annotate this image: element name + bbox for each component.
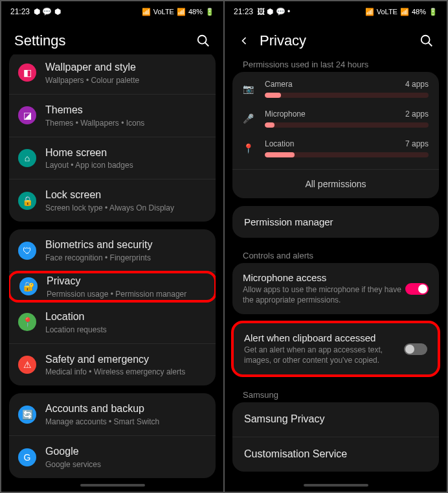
toggle-title: Microphone access [243,272,405,283]
signal-icon: 📶 [177,8,186,16]
page-title: Privacy [260,32,306,49]
mic-access-switch[interactable] [405,283,429,295]
item-wallpaper[interactable]: ◧ Wallpaper and style Wallpapers • Colou… [9,54,216,95]
privacy-icon: 🔐 [19,277,38,295]
pin-icon: 📍 [243,143,256,154]
signal-icon: 📶 [400,8,409,16]
svg-line-3 [429,43,432,47]
item-title: Google [45,445,207,459]
customisation-item[interactable]: Customisation Service [232,437,439,472]
samsung-privacy-item[interactable]: Samsung Privacy [232,402,439,437]
perm-count: 4 apps [405,80,429,89]
item-biometrics[interactable]: 🛡 Biometrics and security Face recogniti… [9,229,216,272]
clipboard-alert-item[interactable]: Alert when clipboard accessed Get an ale… [231,321,440,377]
item-title: Accounts and backup [45,402,207,416]
perm-bar [265,122,429,128]
perm-count: 2 apps [405,109,429,119]
home-icon: ⌂ [18,149,36,167]
item-sub: Themes • Wallpapers • Icons [45,119,207,128]
item-sub: Layout • App icon badges [45,161,207,170]
battery-text: 48% [412,8,426,16]
status-icons: 🖼 ⬢ 💬 • [257,7,290,16]
item-title: Lock screen [45,189,207,202]
item-google[interactable]: G Google Google services [9,436,216,478]
samsung-group: Samsung Privacy Customisation Service [232,402,439,472]
item-safety[interactable]: ⚠ Safety and emergency Medical info • Wi… [9,344,216,386]
all-permissions-button[interactable]: All permissions [232,169,439,198]
item-sub: Screen lock type • Always On Display [45,203,207,212]
privacy-content: Permissions used in last 24 hours 📷 Came… [225,54,447,479]
wallpaper-icon: ◧ [18,63,36,82]
back-icon[interactable] [238,34,251,47]
item-sub: Google services [45,460,207,469]
item-sub: Permission usage • Permission manager [47,290,205,299]
battery-text: 48% [188,8,203,16]
item-title: Samsung Privacy [244,413,325,426]
samsung-label: Samsung [232,385,439,402]
svg-line-1 [205,43,209,47]
perm-name: Microphone [265,109,306,119]
item-location[interactable]: 📍 Location Location requests [9,301,216,344]
item-themes[interactable]: ◪ Themes Themes • Wallpapers • Icons [9,95,216,137]
status-bar: 21:23 ⬢ 💬 ⬢ 📶 VoLTE 📶 48% 🔋 [1,1,223,22]
header: Settings [1,22,223,54]
search-icon[interactable] [196,34,210,48]
item-title: Themes [45,104,207,117]
svg-point-0 [198,36,207,44]
item-title: Home screen [45,146,207,160]
themes-icon: ◪ [18,106,36,124]
item-home-screen[interactable]: ⌂ Home screen Layout • App icon badges [9,137,216,180]
status-time: 21:23 [10,7,30,16]
perm-microphone[interactable]: 🎤 Microphone 2 apps [243,109,429,128]
item-privacy[interactable]: 🔐 Privacy Permission usage • Permission … [9,271,216,303]
settings-list: ◧ Wallpaper and style Wallpapers • Colou… [1,54,223,486]
perm-location[interactable]: 📍 Location 7 apps [243,139,429,157]
controls-label: Controls and alerts [232,246,439,263]
item-sub: Wallpapers • Colour palette [45,76,207,85]
shield-icon: 🛡 [18,242,36,260]
page-title: Settings [14,32,66,49]
perm-camera[interactable]: 📷 Camera 4 apps [243,80,429,98]
toggle-title: Alert when clipboard accessed [244,332,404,343]
network-icon: VoLTE [377,8,398,16]
perm-count: 7 apps [405,139,429,148]
emergency-icon: ⚠ [18,356,36,374]
settings-group-2: 🛡 Biometrics and security Face recogniti… [9,229,216,385]
nav-handle[interactable] [304,484,368,487]
mic-access-item[interactable]: Microphone access Allow apps to use the … [232,263,439,314]
nav-handle[interactable] [80,484,145,487]
google-icon: G [18,448,36,466]
item-title: Safety and emergency [45,353,207,367]
location-icon: 📍 [18,313,36,331]
svg-point-2 [421,36,430,44]
permission-manager-item[interactable]: Permission manager [232,206,439,238]
clipboard-switch[interactable] [404,343,427,355]
perm-bar [265,152,429,157]
item-title: Location [45,310,207,324]
search-icon[interactable] [420,34,434,48]
perm-name: Camera [265,80,293,89]
item-accounts[interactable]: 🔄 Accounts and backup Manage accounts • … [9,393,216,436]
network-icon: VoLTE [153,8,174,16]
settings-screen: 21:23 ⬢ 💬 ⬢ 📶 VoLTE 📶 48% 🔋 Settings ◧ W… [1,1,223,492]
toggle-sub: Get an alert when an app accesses text, … [244,345,404,365]
permissions-card: 📷 Camera 4 apps 🎤 Microphone [232,72,439,198]
item-lock-screen[interactable]: 🔒 Lock screen Screen lock type • Always … [9,179,216,222]
status-time: 21:23 [234,7,253,16]
mic-icon: 🎤 [243,113,256,124]
item-sub: Face recognition • Fingerprints [45,253,207,262]
privacy-screen: 21:23 🖼 ⬢ 💬 • 📶 VoLTE 📶 48% 🔋 Privacy Pe… [225,1,447,492]
perm-name: Location [265,139,294,148]
item-title: Privacy [47,275,205,288]
header: Privacy [225,22,447,54]
perm-bar [265,93,429,98]
item-title: Customisation Service [244,448,347,461]
item-title: Biometrics and security [45,238,207,252]
toggle-sub: Allow apps to use the microphone if they… [243,285,405,305]
sync-icon: 🔄 [18,406,36,424]
item-title: Wallpaper and style [45,61,207,75]
camera-icon: 📷 [243,84,256,94]
battery-icon: 🔋 [429,8,438,16]
settings-group-3: 🔄 Accounts and backup Manage accounts • … [9,393,216,478]
wifi-icon: 📶 [142,8,151,16]
